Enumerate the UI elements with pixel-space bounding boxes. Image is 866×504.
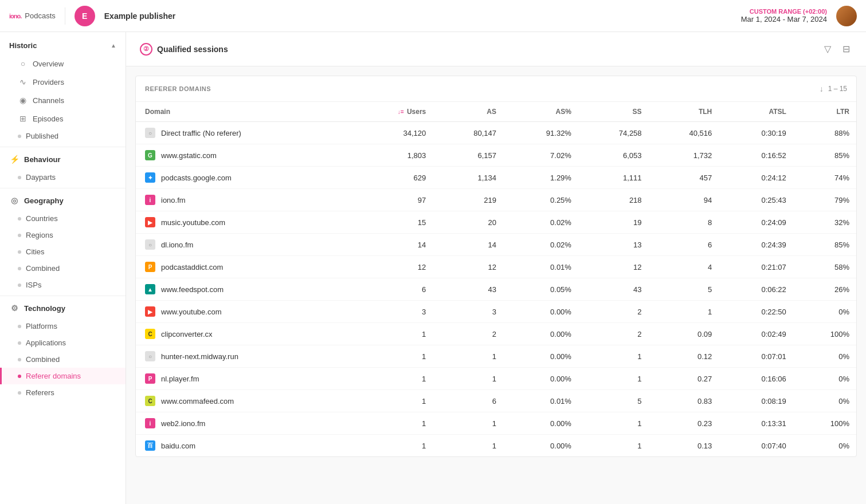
cell-ss: 5 (578, 390, 649, 412)
table-row: ○Direct traffic (No referer)34,12080,147… (136, 122, 856, 144)
table-head-row: Domain ↓= Users AS AS% SS TLH ATSL LTR (136, 102, 856, 122)
cell-ltr: 85% (793, 234, 856, 256)
cell-users: 1 (352, 435, 433, 457)
applications-dot (18, 341, 21, 345)
cell-tlh: 1 (649, 301, 719, 323)
cell-tlh: 6 (649, 234, 719, 256)
domain-cell: ▲www.feedspot.com (136, 278, 352, 301)
th-as: AS (433, 102, 503, 122)
filter-button[interactable]: ▽ (822, 41, 833, 57)
domain-name: nl.player.fm (161, 375, 199, 383)
sidebar-item-providers[interactable]: ∿ Providers (0, 73, 126, 91)
sidebar-historic-header[interactable]: Historic ▲ (0, 37, 126, 54)
cell-tlh: 8 (649, 211, 719, 234)
sidebar-item-channels[interactable]: ◉ Channels (0, 91, 126, 109)
cell-tlh: 0.23 (649, 412, 719, 435)
table-row: ○dl.iono.fm14140.02%1360:24:3985% (136, 234, 856, 256)
domain-cell: Cclipconverter.cx (136, 323, 352, 345)
domain-favicon: ✦ (145, 172, 155, 183)
th-ltr: LTR (793, 102, 856, 122)
sidebar-item-episodes[interactable]: ⊞ Episodes (0, 109, 126, 128)
domain-name: music.youtube.com (161, 218, 225, 227)
geography-icon: ◎ (9, 195, 19, 206)
table-row: iweb2.iono.fm110.00%10.230:13:31100% (136, 412, 856, 435)
cell-tlh: 5 (649, 278, 719, 301)
sidebar-item-dayparts-label: Dayparts (26, 173, 56, 182)
sidebar-item-combined-geo-label: Combined (26, 264, 60, 273)
domain-favicon: P (145, 373, 155, 384)
overview-icon: ○ (18, 58, 28, 69)
domain-cell: ✦podcasts.google.com (136, 167, 352, 189)
th-ss: SS (578, 102, 649, 122)
cell-as_pct: 0.02% (503, 211, 578, 234)
download-icon[interactable]: ↓ (820, 84, 824, 93)
behaviour-icon: ⚡ (9, 154, 19, 164)
cell-as: 1,134 (433, 167, 503, 189)
table-row: Pnl.player.fm110.00%10.270:16:060% (136, 368, 856, 390)
cell-as: 2 (433, 323, 503, 345)
sidebar-item-overview[interactable]: ○ Overview (0, 54, 126, 73)
cell-users: 12 (352, 256, 433, 278)
isps-dot (18, 284, 21, 287)
export-button[interactable]: ⊟ (840, 41, 852, 57)
cell-atsl: 0:06:22 (719, 278, 793, 301)
cell-as_pct: 0.01% (503, 256, 578, 278)
cell-users: 1 (352, 368, 433, 390)
sidebar-item-countries[interactable]: Countries (0, 210, 126, 227)
sidebar-geography-label: Geography (24, 196, 64, 205)
cell-users: 97 (352, 189, 433, 211)
cell-users: 629 (352, 167, 433, 189)
sidebar-item-cities[interactable]: Cities (0, 243, 126, 260)
sidebar-item-dayparts[interactable]: Dayparts (0, 169, 126, 186)
domain-favicon: ○ (145, 351, 155, 361)
sidebar-item-published[interactable]: Published (0, 128, 126, 144)
sidebar-item-providers-label: Providers (33, 78, 64, 86)
domain-favicon: P (145, 262, 155, 272)
table-row: ▶www.youtube.com330.00%210:22:500% (136, 301, 856, 323)
qualified-sessions-icon: ② (140, 43, 152, 56)
domain-favicon: ▲ (145, 284, 155, 294)
dayparts-dot (18, 176, 21, 179)
sidebar-item-combined-geo[interactable]: Combined (0, 260, 126, 277)
domain-favicon: i (145, 195, 155, 205)
sidebar-item-applications[interactable]: Applications (0, 334, 126, 351)
domain-cell: iweb2.iono.fm (136, 412, 352, 435)
cell-ltr: 100% (793, 412, 856, 435)
cell-ss: 1 (578, 412, 649, 435)
cell-ss: 6,053 (578, 144, 649, 167)
sidebar-item-isps[interactable]: ISPs (0, 277, 126, 293)
user-avatar[interactable] (836, 6, 857, 26)
cell-atsl: 0:16:06 (719, 368, 793, 390)
cell-tlh: 457 (649, 167, 719, 189)
cell-ss: 2 (578, 301, 649, 323)
sidebar-item-referers[interactable]: Referers (0, 384, 126, 401)
regions-dot (18, 234, 21, 237)
cell-as_pct: 0.25% (503, 189, 578, 211)
cell-ss: 218 (578, 189, 649, 211)
th-users[interactable]: ↓= Users (352, 102, 433, 122)
cell-users: 1,803 (352, 144, 433, 167)
table-pagination: ↓ 1 – 15 (820, 84, 847, 93)
date-range[interactable]: CUSTOM RANGE (+02:00) Mar 1, 2024 - Mar … (741, 8, 827, 23)
cell-as: 1 (433, 368, 503, 390)
cities-dot (18, 250, 21, 254)
sidebar-item-referer-domains[interactable]: Referer domains (0, 368, 126, 384)
cell-tlh: 0.83 (649, 390, 719, 412)
sidebar-item-platforms[interactable]: Platforms (0, 318, 126, 334)
date-range-value: Mar 1, 2024 - Mar 7, 2024 (741, 15, 827, 23)
sidebar-technology-group: ⚙ Technology (0, 298, 126, 318)
cell-atsl: 0:25:43 (719, 189, 793, 211)
cell-tlh: 94 (649, 189, 719, 211)
sidebar-item-regions[interactable]: Regions (0, 227, 126, 243)
sidebar-item-published-label: Published (26, 132, 58, 140)
cell-ltr: 0% (793, 368, 856, 390)
cell-users: 6 (352, 278, 433, 301)
brand-app-name: Podcasts (25, 11, 55, 20)
cell-ss: 2 (578, 323, 649, 345)
sidebar-item-referers-label: Referers (26, 388, 54, 397)
sidebar-item-tech-combined[interactable]: Combined (0, 351, 126, 368)
referer-domains-table-section: REFERER DOMAINS ↓ 1 – 15 Domain ↓= Users… (135, 76, 857, 457)
cell-ss: 13 (578, 234, 649, 256)
domain-name: www.youtube.com (161, 308, 222, 316)
table-row: ✦podcasts.google.com6291,1341.29%1,11145… (136, 167, 856, 189)
